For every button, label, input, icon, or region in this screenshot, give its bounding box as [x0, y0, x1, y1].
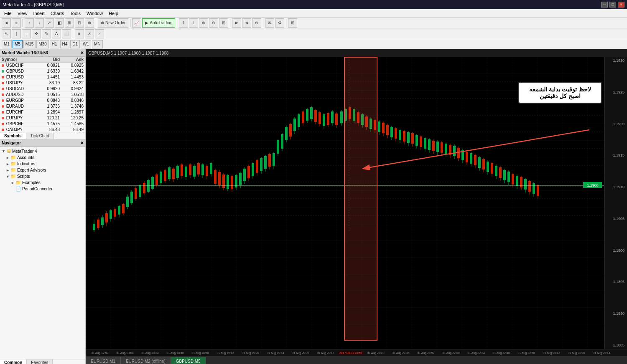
menu-view[interactable]: View	[15, 10, 30, 16]
nav-item-root[interactable]: ▼ 🖥 MetaTrader 4	[0, 148, 85, 154]
nav-item-expert-advisors[interactable]: ► 📁 Expert Advisors	[0, 167, 85, 173]
toolbar-btn-1[interactable]: ◄	[2, 18, 11, 28]
tab-tick-chart[interactable]: Tick Chart	[26, 133, 54, 139]
cross-tool[interactable]: ✛	[32, 29, 41, 38]
chart-tabs: EURUSD,M1 EURUSD,M2 (offline) GBPUSD,M5	[86, 356, 627, 364]
svg-rect-30	[126, 197, 129, 207]
svg-rect-222	[528, 181, 531, 192]
market-row[interactable]: EURUSD 1.4451 1.4453	[0, 74, 85, 80]
toolbar-btn-7[interactable]: ⊞	[65, 18, 74, 28]
restore-button[interactable]: □	[609, 2, 616, 8]
chart-canvas[interactable]: 1.1908 لاحظ توقيت بداية الشمعه اصبح كل د…	[86, 57, 627, 349]
toolbar-btn-5[interactable]: ⤢	[45, 18, 54, 28]
nav-item-period-converter[interactable]: ► 📄 PeriodConverter	[0, 186, 85, 192]
toolbar-btn-6[interactable]: ◧	[55, 18, 64, 28]
chart-tab-eurusd-m2[interactable]: EURUSD,M2 (offline)	[121, 357, 171, 364]
close-button[interactable]: ✕	[618, 2, 624, 8]
tf-m5[interactable]: M5	[13, 40, 23, 48]
toolbar-zoom-in-btn[interactable]: ⊕	[199, 18, 208, 28]
market-row[interactable]: AUDUSD 1.0515 1.0518	[0, 92, 85, 98]
channel-tool[interactable]: ⟋	[95, 29, 104, 38]
market-watch-close[interactable]: ✕	[80, 51, 84, 55]
toolbar-settings-btn[interactable]: ⚙	[275, 18, 284, 28]
angle-tool[interactable]: ∠	[85, 29, 94, 38]
chart-tab-gbpusd-m5[interactable]: GBPUSD,M5	[171, 357, 206, 364]
market-row[interactable]: EURAUD 1.3736 1.3748	[0, 104, 85, 109]
market-row[interactable]: GBPUSD 1.6339 1.6342	[0, 68, 85, 74]
pen-tool[interactable]: ✎	[42, 29, 51, 38]
toolbar-email-btn[interactable]: ✉	[265, 18, 274, 28]
toolbar-prop-btn[interactable]: ⊞	[219, 18, 228, 28]
toolbar-chart2-btn[interactable]: ⊥	[189, 18, 198, 28]
market-row[interactable]: USDJPY 83.19 83.22	[0, 80, 85, 86]
tab-symbols[interactable]: Symbols	[0, 133, 26, 139]
svg-rect-178	[436, 142, 439, 152]
toolbar-btn-9[interactable]: ⊕	[85, 18, 94, 28]
tf-m1[interactable]: M1	[2, 40, 12, 48]
nav-tab-favorites[interactable]: Favorites	[27, 359, 53, 364]
market-row[interactable]: EURCHF 1.2894 1.2897	[0, 109, 85, 115]
minimize-button[interactable]: ─	[601, 2, 608, 8]
toolbar-start-btn[interactable]: ⊳	[232, 18, 241, 28]
market-row[interactable]: USDCAD 0.9620 0.9624	[0, 86, 85, 92]
market-row[interactable]: USDCHF 0.8921 0.8925	[0, 63, 85, 68]
toolbar-btn-4[interactable]: ↓	[35, 18, 44, 28]
menu-charts[interactable]: Charts	[48, 10, 66, 16]
tf-m30[interactable]: M30	[36, 40, 48, 48]
tf-m15[interactable]: M15	[23, 40, 36, 48]
toolbar-btn-8[interactable]: ⊟	[75, 18, 84, 28]
time-5: 31 Aug 18:56	[188, 351, 213, 354]
toolbar-stop-btn[interactable]: ⊲	[242, 18, 251, 28]
hline-tool[interactable]: —	[22, 29, 31, 38]
nav-item-indicators[interactable]: ► 📁 Indicators	[0, 161, 85, 167]
fib-tool[interactable]: ≡	[75, 29, 84, 38]
expand-icon: ▼	[2, 149, 5, 153]
menu-file[interactable]: File	[2, 10, 14, 16]
left-panel: Market Watch: 16:24:53 ✕ Symbol Bid Ask …	[0, 49, 86, 364]
tf-w1[interactable]: W1	[81, 40, 91, 48]
nav-item-examples[interactable]: ► 📁 Examples	[0, 179, 85, 186]
svg-rect-50	[168, 167, 171, 179]
svg-rect-84	[239, 173, 242, 185]
toolbar-sep-3	[130, 19, 130, 27]
navigator-close[interactable]: ✕	[80, 141, 84, 145]
toolbar-zoom-out-btn[interactable]: ⊖	[209, 18, 218, 28]
toolbar-btn-3[interactable]: ↑	[25, 18, 34, 28]
tf-mn[interactable]: MN	[92, 40, 103, 48]
nav-item-accounts[interactable]: ► 📁 Accounts	[0, 154, 85, 161]
menu-help[interactable]: Help	[106, 10, 121, 16]
auto-trading-button[interactable]: ▶ AutoTrading	[142, 18, 175, 28]
nav-item-scripts[interactable]: ▼ 📁 Scripts	[0, 173, 85, 179]
menu-tools[interactable]: Tools	[67, 10, 83, 16]
tf-d1[interactable]: D1	[70, 40, 80, 48]
line-tool[interactable]: |	[12, 29, 21, 38]
tf-h4[interactable]: H4	[60, 40, 70, 48]
market-row[interactable]: EURJPY 120.21 120.25	[0, 115, 85, 121]
market-bid: 120.21	[38, 115, 61, 121]
toolbar-grid-btn[interactable]: ⊞	[288, 18, 297, 28]
nav-tree: ▼ 🖥 MetaTrader 4 ► 📁 Accounts ► 📁 Indica…	[0, 147, 85, 193]
tf-h1[interactable]: H1	[50, 40, 59, 48]
market-row[interactable]: CADJPY 86.43 86.49	[0, 127, 85, 133]
nav-tab-common[interactable]: Common	[0, 359, 27, 364]
chart-tab-eurusd-m1[interactable]: EURUSD,M1	[86, 357, 121, 364]
market-dot	[2, 123, 4, 125]
label-tool[interactable]: ⬜	[62, 29, 71, 38]
toolbar-rec-btn[interactable]: ⊜	[252, 18, 261, 28]
market-dot	[2, 111, 4, 114]
svg-rect-28	[122, 204, 125, 213]
new-order-button[interactable]: ⊕ New Order	[98, 18, 128, 28]
toolbar-indicator-btn[interactable]: ⌇	[179, 18, 188, 28]
menu-window[interactable]: Window	[84, 10, 105, 16]
svg-rect-52	[172, 169, 175, 179]
toolbar-btn-2[interactable]: ○	[12, 18, 21, 28]
market-row[interactable]: GBPCHF 1.4575 1.4585	[0, 121, 85, 127]
toolbar-chart-btn[interactable]: 📈	[132, 18, 141, 28]
market-row[interactable]: EURGBP 0.8843 0.8846	[0, 98, 85, 104]
col-ask: Ask	[61, 57, 85, 63]
market-bid: 1.6339	[38, 68, 61, 74]
cursor-tool[interactable]: ↖	[2, 29, 11, 38]
chart-info-text: GBPUSD,M5 1.1907 1.1908 1.1907 1.1908	[88, 51, 168, 56]
menu-insert[interactable]: Insert	[31, 10, 47, 16]
text-tool[interactable]: A	[52, 29, 61, 38]
